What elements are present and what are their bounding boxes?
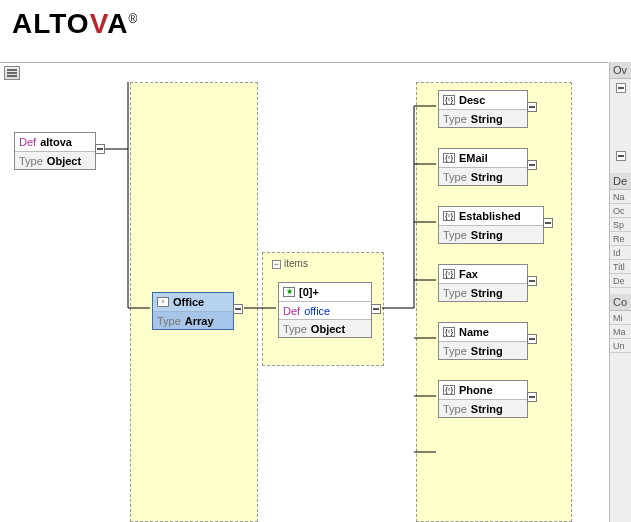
side-row[interactable]: Mi (610, 311, 631, 325)
port-phone[interactable] (527, 392, 537, 402)
port-email[interactable] (527, 160, 537, 170)
view-tab-icon[interactable] (4, 66, 20, 80)
side-row[interactable]: Un (610, 339, 631, 353)
object-icon: ▫ (157, 297, 169, 307)
prop-icon: {▫} (443, 95, 455, 105)
side-row[interactable]: Titl (610, 260, 631, 274)
collapse-icon[interactable] (616, 151, 626, 161)
side-panel: Ov De Na Oc Sp Re Id Titl De Co Mi Ma Un (609, 62, 631, 522)
side-row[interactable]: Re (610, 232, 631, 246)
prop-icon: {▫} (443, 153, 455, 163)
node-array-item[interactable]: ★[0]+ Defoffice TypeObject (278, 282, 372, 338)
items-label: −items (272, 258, 308, 269)
side-row[interactable]: Sp (610, 218, 631, 232)
port-desc[interactable] (527, 102, 537, 112)
collapse-icon[interactable]: − (272, 260, 281, 269)
port-name[interactable] (527, 334, 537, 344)
node-established[interactable]: {▫}Established TypeString (438, 206, 544, 244)
port-altova[interactable] (95, 144, 105, 154)
prop-icon: {▫} (443, 385, 455, 395)
side-row[interactable]: De (610, 274, 631, 288)
schema-canvas[interactable]: −items Defaltova TypeObject ▫Office Type… (0, 82, 608, 522)
overview-header[interactable]: Ov (610, 62, 631, 79)
node-phone[interactable]: {▫}Phone TypeString (438, 380, 528, 418)
side-row[interactable]: Ma (610, 325, 631, 339)
port-established[interactable] (543, 218, 553, 228)
node-altova[interactable]: Defaltova TypeObject (14, 132, 96, 170)
port-fax[interactable] (527, 276, 537, 286)
port-office[interactable] (233, 304, 243, 314)
brand-logo: ALTOVA® (12, 8, 138, 40)
details-header[interactable]: De (610, 173, 631, 190)
prop-icon: {▫} (443, 327, 455, 337)
prop-icon: {▫} (443, 269, 455, 279)
node-fax[interactable]: {▫}Fax TypeString (438, 264, 528, 302)
side-row[interactable]: Id (610, 246, 631, 260)
node-email[interactable]: {▫}EMail TypeString (438, 148, 528, 186)
port-array-item[interactable] (371, 304, 381, 314)
side-row[interactable]: Oc (610, 204, 631, 218)
node-desc[interactable]: {▫}Desc TypeString (438, 90, 528, 128)
constraints-header[interactable]: Co (610, 294, 631, 311)
node-office[interactable]: ▫Office TypeArray (152, 292, 234, 330)
array-icon: ★ (283, 287, 295, 297)
node-name[interactable]: {▫}Name TypeString (438, 322, 528, 360)
collapse-icon[interactable] (616, 83, 626, 93)
prop-icon: {▫} (443, 211, 455, 221)
side-row[interactable]: Na (610, 190, 631, 204)
